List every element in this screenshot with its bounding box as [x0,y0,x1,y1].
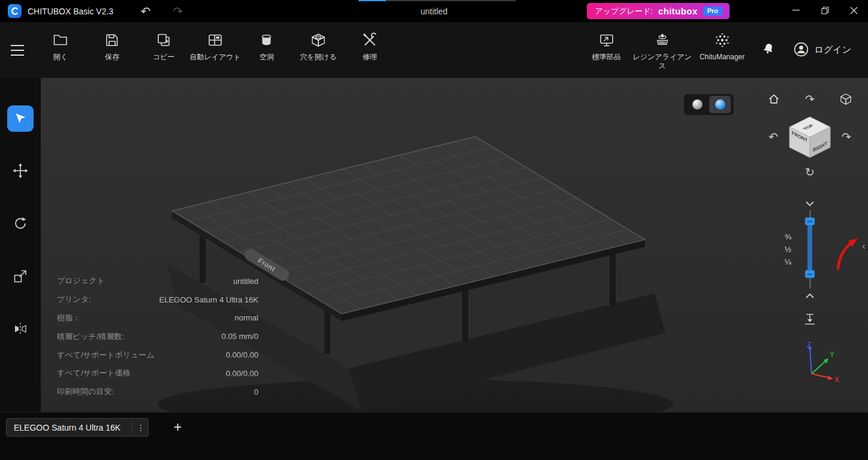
drop-to-plate-button[interactable] [800,310,820,331]
rotate-tool-button[interactable] [7,211,34,237]
home-icon [767,92,780,108]
main-menu-button[interactable] [0,22,35,78]
standard-parts-button[interactable]: 標準部品 [581,32,632,78]
kebab-menu-icon[interactable]: ⋮ [134,423,148,432]
scale-tool-button[interactable] [7,264,34,290]
notifications-bell-icon [761,42,776,58]
svg-text:RMA: RMA [658,41,666,44]
print-info-panel: プロジェクトuntitled プリンタ:ELEGOO Saturn 4 Ultr… [57,272,258,401]
orbit-left-button[interactable]: ↶ [764,128,782,146]
info-row: すべて/サポートボリューム0.00/0.00 [57,346,258,364]
view-tool-button[interactable] [7,105,34,132]
resin-alliance-button[interactable]: RMA レジンアライアンス [632,32,692,78]
chitubox-brand-text: chitubox [658,6,698,16]
scale-resize-icon [13,268,28,286]
tab-indicator-track [386,0,516,1]
hollow-cylinder-icon [258,32,275,49]
avatar-icon [793,41,809,59]
add-plate-button[interactable]: + [168,418,187,437]
cube-view-icon [839,92,852,108]
clip-step-up-button[interactable] [801,286,819,304]
view-cube[interactable]: TOP FRONT RIGHT [787,114,833,160]
rotate-reset-icon: ↻ [805,165,815,179]
drop-to-plate-icon [802,311,818,330]
toolbar: 開く 保存 コピー 自動レイアウト [0,22,868,78]
panel-collapse-button[interactable]: ‹ [860,237,868,255]
orbit-left-icon: ↶ [768,130,778,144]
viewport-3d[interactable]: Front プロジェクトuntitled プリンタ:ELEGOO Saturn … [41,78,868,412]
render-mode-solid-button[interactable] [687,96,709,113]
orbit-up-icon: ↷ [805,92,815,106]
auto-layout-icon [207,32,224,49]
resin-alliance-icon: RMA [654,32,671,49]
printer-select-button[interactable]: ELEGOO Saturn 4 Ultra 16K ⋮ [6,418,149,437]
login-label: ログイン [815,44,851,56]
auto-layout-button[interactable]: 自動レイアウト [189,32,241,78]
save-label: 保存 [105,53,119,62]
info-row: プロジェクトuntitled [57,272,258,290]
bottombar: ELEGOO Saturn 4 Ultra 16K ⋮ + [0,412,868,460]
upgrade-label: アップグレード: [595,6,653,17]
rotate-circular-icon [13,216,28,233]
move-tool-button[interactable] [7,158,34,184]
tab-indicator [358,0,386,1]
view-home-button[interactable] [765,91,783,109]
standard-parts-icon [598,32,615,49]
clip-slider-handle-bottom[interactable] [805,270,815,278]
standard-parts-label: 標準部品 [592,53,621,62]
render-mode-xray-button[interactable] [709,96,731,113]
dig-hole-label: 穴を開ける [300,53,337,62]
restore-button[interactable] [810,0,839,22]
upgrade-button[interactable]: アップグレード: chitubox Pro [587,3,730,19]
login-button[interactable]: ログイン [788,38,856,63]
chitumanager-button[interactable]: ChituManager [692,32,752,78]
info-row: プリンタ:ELEGOO Saturn 4 Ultra 16K [57,290,258,309]
cursor-arrow-icon [13,111,28,127]
app-title: CHITUBOX Basic V2.3 [28,7,113,16]
titlebar: CHITUBOX Basic V2.3 ↶ ↷ untitled アップグレード… [0,0,868,22]
minimize-button[interactable] [782,0,810,22]
orbit-right-icon: ↷ [842,130,851,144]
hollow-label: 空洞 [260,53,274,62]
redo-icon: ↷ [173,5,183,17]
close-button[interactable] [839,0,868,22]
axis-x-label: X [834,376,839,384]
copy-button[interactable]: コピー [138,32,189,78]
app-window: CHITUBOX Basic V2.3 ↶ ↷ untitled アップグレード… [0,0,868,460]
notifications-button[interactable] [757,39,780,62]
open-label: 開く [53,53,68,62]
hamburger-icon [11,45,24,56]
repair-label: 修理 [363,53,377,62]
move-arrows-icon [13,163,28,180]
chitubox-logo-icon [8,4,22,18]
info-row: すべて/サポート価格0.00/0.00 [57,364,258,383]
save-button[interactable]: 保存 [86,32,138,78]
axes-gizmo: Z Y X [791,340,842,386]
redo-button[interactable]: ↷ [169,2,187,20]
chevron-up-icon [805,289,815,302]
orbit-up-button[interactable]: ↷ [801,90,819,108]
info-row: 樹脂：normal [57,309,258,328]
dig-hole-button[interactable]: 穴を開ける [293,32,344,78]
undo-button[interactable]: ↶ [137,2,155,20]
copy-icon [155,32,172,49]
clip-slider-handle-top[interactable] [805,217,815,225]
orbit-right-button[interactable]: ↷ [837,128,855,146]
save-icon [104,32,120,49]
open-folder-icon [52,32,69,49]
clip-slider-range[interactable] [807,222,812,273]
toolbar-right-group: 標準部品 RMA レジンアライアンス ChituManager [581,22,752,78]
hollow-button[interactable]: 空洞 [241,32,293,78]
reset-rotation-button[interactable]: ↻ [801,163,819,181]
close-icon [850,7,858,16]
pro-badge: Pro [703,7,722,16]
open-button[interactable]: 開く [35,32,86,78]
render-mode-toggle [684,94,734,115]
repair-button[interactable]: 修理 [344,32,396,78]
document-tab[interactable]: untitled [420,0,447,22]
clip-range-slider[interactable] [801,210,818,289]
chitumanager-icon [714,32,731,49]
isometric-view-button[interactable] [837,91,855,109]
clip-fraction-three-quarters: ¾ [773,232,791,241]
mirror-tool-button[interactable] [7,316,34,343]
